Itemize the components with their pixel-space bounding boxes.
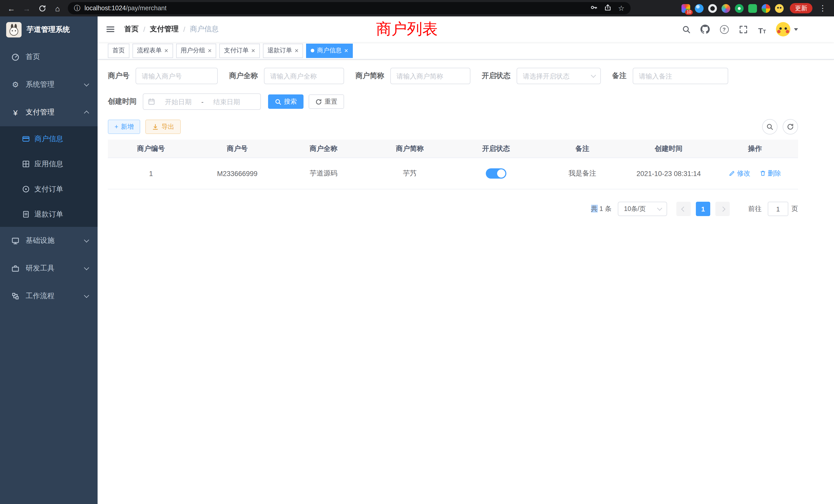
remark-input[interactable] bbox=[633, 68, 728, 84]
user-avatar-menu[interactable] bbox=[776, 22, 798, 37]
document-icon bbox=[22, 210, 30, 219]
next-page-button[interactable] bbox=[716, 202, 730, 216]
browser-home-icon[interactable]: ⌂ bbox=[50, 2, 65, 15]
tab-label: 首页 bbox=[112, 46, 125, 55]
tab-pay-order[interactable]: 支付订单 × bbox=[219, 43, 260, 58]
edit-link[interactable]: 修改 bbox=[729, 169, 750, 178]
status-select[interactable] bbox=[517, 68, 601, 84]
sidebar-toggle-icon[interactable] bbox=[106, 24, 116, 35]
breadcrumb-home[interactable]: 首页 bbox=[124, 25, 139, 34]
sidebar-item-system[interactable]: ⚙ 系统管理 bbox=[0, 71, 97, 98]
status-select-input[interactable] bbox=[517, 68, 601, 84]
pagination-total: 共 1 条 bbox=[591, 204, 612, 213]
search-button[interactable]: 搜索 bbox=[268, 94, 304, 109]
delete-link[interactable]: 删除 bbox=[760, 169, 781, 178]
add-button-label: 新增 bbox=[121, 122, 134, 131]
reset-button[interactable]: 重置 bbox=[309, 94, 344, 109]
field-label: 商户全称 bbox=[229, 71, 258, 81]
url-text: localhost:1024/pay/merchant bbox=[85, 5, 167, 12]
extension-icon-5[interactable] bbox=[735, 4, 744, 13]
browser-reload-icon[interactable] bbox=[35, 2, 49, 15]
logo-rabbit-avatar bbox=[6, 22, 22, 38]
sidebar-item-pay[interactable]: ¥ 支付管理 bbox=[0, 98, 97, 126]
close-icon[interactable]: × bbox=[208, 47, 212, 54]
toolbar-row: + 新增 导出 bbox=[108, 119, 798, 135]
extension-icon-1[interactable]: 10 bbox=[681, 4, 690, 13]
status-toggle[interactable] bbox=[486, 168, 506, 179]
extension-icon-4[interactable] bbox=[722, 4, 730, 13]
extension-icon-7[interactable] bbox=[762, 4, 770, 13]
export-button[interactable]: 导出 bbox=[146, 120, 181, 134]
bookmark-star-icon[interactable]: ☆ bbox=[618, 4, 624, 12]
page-number-1[interactable]: 1 bbox=[696, 202, 710, 216]
chevron-left-icon bbox=[681, 206, 686, 211]
sidebar-item-workflow[interactable]: 工作流程 bbox=[0, 282, 97, 310]
extension-icon-2[interactable] bbox=[695, 4, 704, 13]
date-start-input[interactable] bbox=[157, 97, 199, 106]
tab-user-group[interactable]: 用户分组 × bbox=[176, 43, 216, 58]
page-unit-label: 页 bbox=[791, 204, 798, 213]
sidebar-logo[interactable]: 芋道管理系统 bbox=[0, 17, 97, 43]
tab-merchant-info[interactable]: 商户信息 × bbox=[306, 43, 353, 58]
browser-forward-icon[interactable]: → bbox=[20, 2, 34, 15]
help-icon[interactable]: ? bbox=[719, 24, 729, 35]
filter-row-2: 创建时间 - 搜索 bbox=[108, 93, 798, 110]
site-info-icon[interactable]: ⓘ bbox=[74, 4, 80, 13]
sidebar-item-refund-order[interactable]: 退款订单 bbox=[0, 202, 97, 227]
tab-home[interactable]: 首页 bbox=[108, 43, 129, 58]
share-icon[interactable] bbox=[604, 4, 612, 13]
sidebar-item-app-info[interactable]: 应用信息 bbox=[0, 152, 97, 177]
browser-back-icon[interactable]: ← bbox=[4, 2, 19, 15]
close-icon[interactable]: × bbox=[164, 47, 168, 54]
github-icon[interactable] bbox=[700, 24, 710, 35]
sidebar-item-infra[interactable]: 基础设施 bbox=[0, 227, 97, 255]
search-icon[interactable] bbox=[681, 24, 691, 35]
avatar bbox=[776, 22, 790, 37]
page-size-select[interactable] bbox=[618, 202, 667, 216]
add-button[interactable]: + 新增 bbox=[108, 120, 140, 134]
date-end-input[interactable] bbox=[206, 97, 248, 106]
sidebar-item-merchant-info[interactable]: 商户信息 bbox=[0, 126, 97, 152]
sidebar-item-home[interactable]: 首页 bbox=[0, 43, 97, 71]
prev-page-button[interactable] bbox=[676, 202, 691, 216]
browser-update-button[interactable]: 更新 bbox=[790, 3, 812, 13]
breadcrumb-separator: / bbox=[143, 25, 145, 33]
goto-page-input[interactable] bbox=[768, 202, 788, 216]
sidebar-item-label: 工作流程 bbox=[26, 292, 79, 301]
tab-process-form[interactable]: 流程表单 × bbox=[132, 43, 173, 58]
sidebar-item-devtools[interactable]: 研发工具 bbox=[0, 255, 97, 282]
right-toolbar bbox=[762, 119, 798, 135]
col-merchant-no: 商户号 bbox=[194, 140, 280, 158]
caret-down-icon bbox=[794, 28, 798, 30]
annotation-merchant-list: 商户列表 bbox=[376, 19, 438, 40]
tab-label: 支付订单 bbox=[224, 46, 248, 55]
screen: ← → ⌂ ⓘ localhost:1024/pay/merchant ☆ 10 bbox=[0, 0, 834, 504]
sidebar-item-pay-order[interactable]: 支付订单 bbox=[0, 177, 97, 202]
close-icon[interactable]: × bbox=[344, 47, 348, 54]
merchant-name-input[interactable] bbox=[264, 68, 344, 84]
close-icon[interactable]: × bbox=[295, 47, 299, 54]
merchant-no-input[interactable] bbox=[136, 68, 218, 84]
font-size-icon[interactable]: TT bbox=[757, 24, 767, 35]
breadcrumb-pay[interactable]: 支付管理 bbox=[150, 25, 179, 34]
browser-menu-icon[interactable]: ⋮ bbox=[815, 2, 830, 15]
tab-refund-order[interactable]: 退款订单 × bbox=[263, 43, 303, 58]
extension-icon-3[interactable] bbox=[708, 4, 717, 13]
sidebar-item-label: 应用信息 bbox=[35, 159, 63, 168]
pagination-total-suffix: 条 bbox=[605, 205, 612, 212]
profile-avatar-icon[interactable] bbox=[775, 4, 784, 13]
password-key-icon[interactable] bbox=[590, 4, 598, 13]
cell-status bbox=[453, 158, 539, 189]
url-host: localhost:1024 bbox=[85, 5, 126, 12]
close-icon[interactable]: × bbox=[251, 47, 255, 54]
refresh-button[interactable] bbox=[783, 119, 798, 135]
fullscreen-icon[interactable] bbox=[738, 24, 748, 35]
filter-status: 开启状态 bbox=[482, 68, 601, 84]
col-actions: 操作 bbox=[712, 140, 798, 158]
merchant-short-input[interactable] bbox=[390, 68, 470, 84]
address-bar[interactable]: ⓘ localhost:1024/pay/merchant ☆ bbox=[68, 2, 631, 14]
pagination-total-prefix: 共 bbox=[591, 205, 597, 212]
extension-icon-6[interactable] bbox=[748, 4, 757, 13]
toggle-search-button[interactable] bbox=[762, 119, 777, 135]
date-range-picker[interactable]: - bbox=[143, 93, 261, 110]
